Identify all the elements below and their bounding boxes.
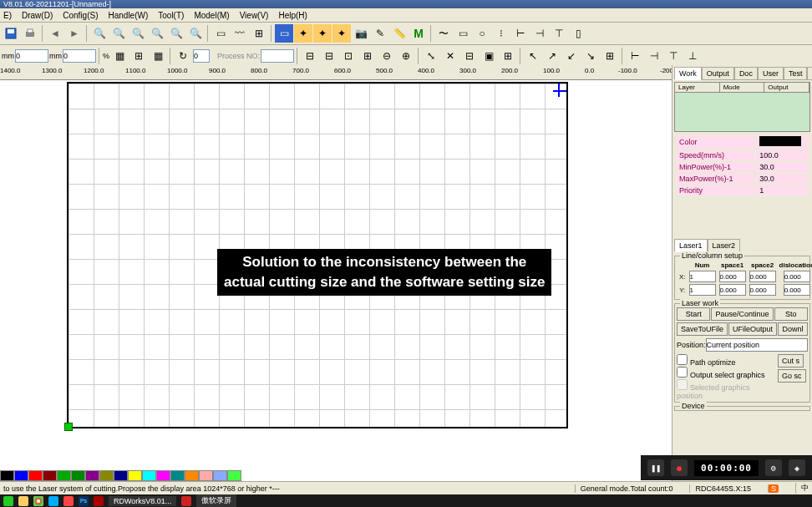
download-button[interactable]: Downl [778,322,808,336]
video-layers-button[interactable]: ◈ [789,459,805,476]
ime-badge[interactable]: S [768,484,779,493]
palette-color[interactable] [199,470,213,481]
palette-color[interactable] [227,470,241,481]
x-s1-input[interactable] [719,271,746,282]
video-record-button[interactable]: ● [671,459,688,476]
ar4-icon[interactable]: ▣ [480,47,498,65]
zoom-all-icon[interactable]: 🔍 [167,24,185,43]
ar5-icon[interactable]: ⊞ [499,47,517,65]
effect2-icon[interactable]: ✦ [313,24,332,43]
output-select-check[interactable] [677,367,688,378]
line1-icon[interactable]: 〜 [434,24,453,43]
video-settings-button[interactable]: ⚙ [765,459,782,476]
color-swatch[interactable] [759,136,801,146]
menu-view[interactable]: View(V) [240,11,269,20]
ufile-output-button[interactable]: UFileOutput [728,322,777,336]
maxpower-value[interactable]: 30.0 [756,174,809,184]
taskbar-rec-icon[interactable] [181,496,191,506]
print-icon[interactable] [21,24,39,43]
group-icon[interactable]: ⊞ [250,24,268,43]
tab-user[interactable]: User [758,67,784,80]
palette-color[interactable] [142,470,156,481]
d2-icon[interactable]: ⊣ [645,47,663,65]
tab-laser2[interactable]: Laser2 [708,239,741,252]
palette-color[interactable] [14,470,28,481]
x-s2-input[interactable] [749,271,776,282]
taskbar-chrome-icon[interactable] [33,496,43,506]
taskbar-file-icon[interactable] [18,496,28,506]
zoom-in-icon[interactable]: 🔍 [109,24,128,43]
curve-icon[interactable]: 〰 [231,24,249,43]
effect1-icon[interactable]: ✦ [294,24,312,43]
grid3-icon[interactable]: ⊞ [129,47,148,65]
ruler-icon[interactable]: 📏 [390,24,409,43]
tab-work[interactable]: Work [674,67,702,80]
tab-output[interactable]: Output [702,67,734,80]
al5-icon[interactable]: ⊖ [378,47,396,65]
ar1-icon[interactable]: ⤡ [422,47,440,65]
y-dis-input[interactable] [784,284,810,296]
al6-icon[interactable]: ⊕ [397,47,415,65]
menu-handle[interactable]: Handle(W) [108,11,148,20]
al3-icon[interactable]: ⊡ [339,47,358,65]
y-input[interactable] [63,49,96,63]
palette-color[interactable] [213,470,227,481]
y-num-input[interactable] [689,284,716,296]
taskbar-app-label[interactable]: RDWorksV8.01... [109,496,176,506]
alignh-icon[interactable]: ⊢ [511,24,530,43]
circ-icon[interactable]: ○ [473,24,491,43]
alignr-icon[interactable]: ⊣ [530,24,549,43]
palette-color[interactable] [185,470,199,481]
process-input[interactable] [261,49,294,63]
c3-icon[interactable]: ↙ [562,47,581,65]
anchor-icon[interactable]: ▦ [110,47,129,65]
c2-icon[interactable]: ↗ [543,47,561,65]
menu-draw[interactable]: Draw(D) [22,11,53,20]
edit-icon[interactable]: ✎ [371,24,389,43]
palette-color[interactable] [170,470,185,481]
c4-icon[interactable]: ↘ [581,47,600,65]
alignt-icon[interactable]: ⊤ [550,24,568,43]
d4-icon[interactable]: ⊥ [683,47,702,65]
ar2-icon[interactable]: ✕ [441,47,459,65]
al1-icon[interactable]: ⊟ [301,47,319,65]
origin-handle[interactable] [64,423,73,431]
menu-tool[interactable]: Tool(T) [158,11,184,20]
rect-icon[interactable]: ▭ [211,24,230,43]
c5-icon[interactable]: ⊞ [601,47,619,65]
taskbar-rdworks-icon[interactable] [94,496,104,506]
path-optimize-check[interactable] [677,354,688,365]
layer-list[interactable]: Layer Mode Output [674,82,810,132]
canvas[interactable]: 1400.0 1300.0 1200.0 1100.0 1000.0 900.0… [0,65,672,482]
d1-icon[interactable]: ⊢ [626,47,644,65]
speed-value[interactable]: 100.0 [756,150,809,160]
go-scale-button[interactable]: Go sc [778,369,806,383]
pan-icon[interactable]: 🔍 [186,24,205,43]
taskbar-rec-label[interactable]: 傲软录屏 [196,494,236,507]
palette-color[interactable] [128,470,142,481]
zoom-fit-icon[interactable]: 🔍 [90,24,109,43]
d3-icon[interactable]: ⊤ [664,47,683,65]
stop-button[interactable]: Sto [774,307,808,321]
page-icon[interactable]: ▯ [569,24,587,43]
video-pause-button[interactable]: ❚❚ [647,459,664,476]
pause-button[interactable]: Pause/Continue [711,307,773,321]
taskbar-wechat-icon[interactable] [3,496,13,506]
palette-color[interactable] [43,470,57,481]
menu-config[interactable]: Config(S) [63,11,98,20]
al2-icon[interactable]: ⊟ [320,47,338,65]
taskbar-wps-icon[interactable] [63,496,74,506]
tab-test[interactable]: Test [784,67,808,80]
dots-icon[interactable]: ⁝ [492,24,510,43]
cut-scale-button[interactable]: Cut s [778,354,804,368]
zoom-sel-icon[interactable]: 🔍 [148,24,166,43]
tab-doc[interactable]: Doc [734,67,758,80]
palette-color[interactable] [114,470,128,481]
palette-color[interactable] [71,470,85,481]
priority-value[interactable]: 1 [756,185,809,195]
box1-icon[interactable]: ▭ [454,24,472,43]
minpower-value[interactable]: 30.0 [756,162,809,172]
rotate-input[interactable] [193,49,210,63]
palette-color[interactable] [28,470,43,481]
palette-color[interactable] [0,470,14,481]
